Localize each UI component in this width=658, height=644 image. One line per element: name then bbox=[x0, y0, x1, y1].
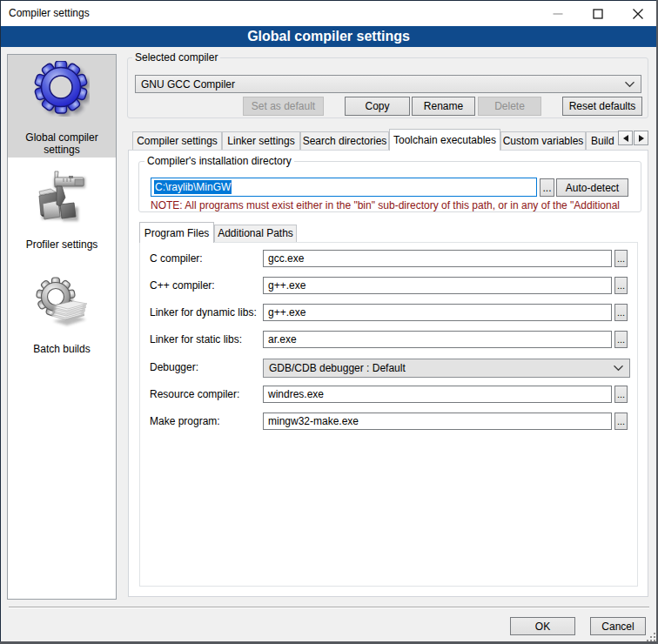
tab-additional-paths[interactable]: Additional Paths bbox=[214, 225, 297, 242]
make-program-input[interactable]: mingw32-make.exe bbox=[263, 413, 612, 430]
debugger-label: Debugger: bbox=[150, 361, 198, 373]
reset-defaults-button[interactable]: Reset defaults bbox=[562, 97, 642, 116]
linker-static-browse-button[interactable]: ... bbox=[614, 331, 628, 348]
maximize-icon bbox=[593, 9, 603, 19]
tab-program-files[interactable]: Program Files bbox=[139, 222, 214, 243]
sidebar-item-batch-builds[interactable] bbox=[34, 276, 90, 332]
triangle-right-icon bbox=[639, 135, 644, 142]
installation-directory-group-label: Compiler's installation directory bbox=[144, 156, 294, 167]
gray-gear-stack-icon bbox=[34, 276, 90, 332]
linker-static-input[interactable]: ar.exe bbox=[263, 331, 612, 348]
tab-compiler-settings[interactable]: Compiler settings bbox=[132, 131, 222, 150]
linker-dynamic-browse-button[interactable]: ... bbox=[614, 304, 628, 321]
chevron-down-icon bbox=[614, 366, 623, 372]
close-icon bbox=[633, 8, 644, 19]
bin-subdirectory-note: NOTE: All programs must exist either in … bbox=[151, 199, 621, 211]
debugger-select[interactable]: GDB/CDB debugger : Default bbox=[263, 359, 630, 378]
compiler-select[interactable]: GNU GCC Compiler bbox=[135, 75, 641, 93]
installation-directory-input[interactable]: C:\raylib\MinGW bbox=[151, 178, 537, 197]
maximize-button[interactable] bbox=[579, 1, 617, 26]
make-program-label: Make program: bbox=[150, 415, 220, 427]
footer-separator bbox=[9, 607, 649, 608]
sidebar-label-profiler-settings[interactable]: Profiler settings bbox=[8, 238, 116, 251]
cancel-button[interactable]: Cancel bbox=[590, 617, 646, 635]
titlebar[interactable]: Compiler settings bbox=[1, 1, 656, 26]
ok-button[interactable]: OK bbox=[510, 617, 575, 635]
blue-gear-icon bbox=[34, 61, 90, 117]
minimize-button[interactable] bbox=[539, 1, 577, 26]
linker-static-label: Linker for static libs: bbox=[150, 333, 242, 345]
c-compiler-browse-button[interactable]: ... bbox=[614, 250, 628, 267]
sidebar-label-batch-builds[interactable]: Batch builds bbox=[8, 343, 116, 355]
debugger-select-value: GDB/CDB debugger : Default bbox=[269, 359, 406, 377]
sidebar-label-global-compiler-settings[interactable]: Global compiler settings bbox=[8, 131, 116, 156]
sidebar-item-global-compiler-settings[interactable] bbox=[34, 61, 90, 117]
tab-toolchain-executables[interactable]: Toolchain executables bbox=[389, 129, 500, 151]
c-compiler-input[interactable]: gcc.exe bbox=[263, 250, 612, 267]
tab-scroll-left-button[interactable] bbox=[618, 131, 633, 145]
settings-category-list: Global compiler settings bbox=[7, 54, 117, 600]
minimize-icon bbox=[553, 9, 563, 19]
delete-button[interactable]: Delete bbox=[478, 97, 541, 116]
rename-button[interactable]: Rename bbox=[412, 97, 475, 116]
selected-compiler-group-label: Selected compiler bbox=[132, 52, 220, 64]
sidebar-item-profiler-settings[interactable] bbox=[34, 168, 90, 224]
caliper-icon bbox=[34, 168, 90, 224]
window-title: Compiler settings bbox=[9, 1, 90, 26]
tab-linker-settings[interactable]: Linker settings bbox=[222, 131, 300, 150]
cpp-compiler-browse-button[interactable]: ... bbox=[614, 277, 628, 294]
dialog-heading: Global compiler settings bbox=[1, 26, 656, 47]
tab-build-options-clipped[interactable]: Build bbox=[586, 131, 619, 150]
set-as-default-button[interactable]: Set as default bbox=[243, 97, 324, 116]
auto-detect-button[interactable]: Auto-detect bbox=[556, 178, 628, 197]
cpp-compiler-input[interactable]: g++.exe bbox=[263, 277, 612, 294]
window-border-left bbox=[0, 0, 1, 644]
browse-directory-button[interactable]: ... bbox=[540, 178, 554, 197]
window-border-top bbox=[0, 0, 658, 1]
compiler-settings-dialog: Compiler settings Global compiler settin… bbox=[0, 0, 658, 644]
linker-dynamic-input[interactable]: g++.exe bbox=[263, 304, 612, 321]
triangle-left-icon bbox=[623, 135, 628, 142]
tab-scroll-right-button[interactable] bbox=[634, 131, 648, 145]
cpp-compiler-label: C++ compiler: bbox=[150, 279, 215, 292]
linker-dynamic-label: Linker for dynamic libs: bbox=[150, 306, 257, 319]
resource-compiler-label: Resource compiler: bbox=[150, 388, 239, 400]
tab-search-directories[interactable]: Search directories bbox=[300, 131, 389, 150]
installation-directory-selected-text: C:\raylib\MinGW bbox=[154, 180, 232, 194]
compiler-select-value: GNU GCC Compiler bbox=[141, 76, 235, 92]
resource-compiler-browse-button[interactable]: ... bbox=[614, 386, 628, 403]
chevron-down-icon bbox=[625, 81, 634, 87]
close-button[interactable] bbox=[619, 1, 657, 26]
tab-custom-variables[interactable]: Custom variables bbox=[500, 131, 586, 150]
copy-button[interactable]: Copy bbox=[345, 97, 410, 116]
make-program-browse-button[interactable]: ... bbox=[614, 413, 628, 430]
c-compiler-label: C compiler: bbox=[150, 252, 203, 265]
resource-compiler-input[interactable]: windres.exe bbox=[263, 386, 612, 403]
